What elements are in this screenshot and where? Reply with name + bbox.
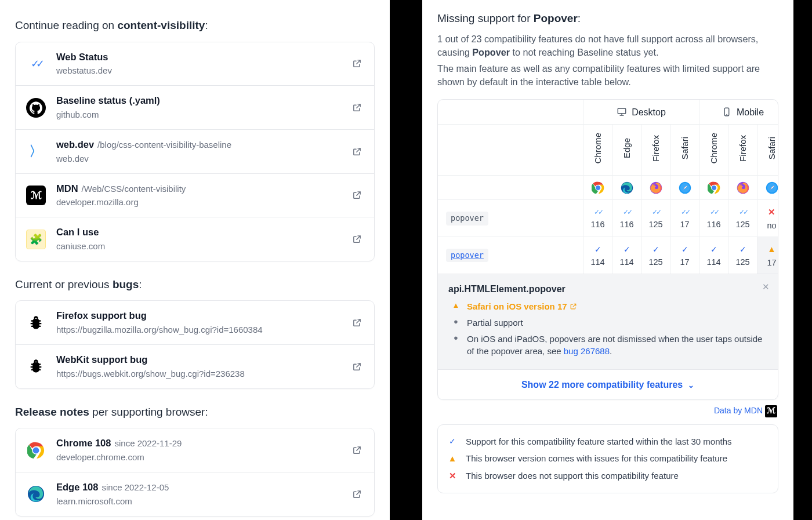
support-cell[interactable]: ✓125 bbox=[641, 237, 670, 274]
support-cell[interactable]: ✓✓125 bbox=[641, 199, 670, 237]
double-check-icon: ✓✓ bbox=[710, 208, 718, 217]
chrome-icon bbox=[583, 175, 612, 199]
x-icon: ✕ bbox=[447, 470, 458, 482]
warning-icon: ▲ bbox=[767, 243, 776, 256]
compat-note: On iOS and iPadOS, popovers are not dism… bbox=[467, 333, 767, 358]
desktop-icon bbox=[617, 107, 627, 117]
external-link-icon bbox=[352, 489, 364, 499]
bullet-icon: ● bbox=[452, 317, 460, 328]
compat-table: DesktopMobileChromeEdgeFirefoxSafariChro… bbox=[437, 99, 778, 400]
double-check-icon: ✓✓ bbox=[681, 208, 689, 217]
card-subtitle: learn.microsoft.com bbox=[56, 495, 352, 508]
support-cell[interactable]: ✓✓125 bbox=[728, 199, 757, 237]
link-card[interactable]: Edge 108since 2022-12-05learn.microsoft.… bbox=[16, 472, 374, 516]
support-cell[interactable]: ✓✓116 bbox=[699, 199, 728, 237]
card-path: /blog/css-content-visibility-baseline bbox=[97, 140, 231, 150]
external-link-icon bbox=[352, 234, 364, 244]
browser-header-chrome: Chrome bbox=[583, 124, 612, 175]
safari-icon bbox=[757, 175, 778, 199]
mobile-icon bbox=[722, 107, 732, 117]
compat-detail-panel: api.HTMLElement.popover ✕ ▲ Safari on iO… bbox=[438, 274, 778, 369]
browser-header-edge: Edge bbox=[612, 124, 641, 175]
browser-header-firefox: Firefox bbox=[641, 124, 670, 175]
link-card[interactable]: ℳMDN/Web/CSS/content-visibilitydeveloper… bbox=[16, 173, 374, 217]
check-icon: ✓ bbox=[594, 243, 601, 255]
warning-icon: ▲ bbox=[447, 452, 458, 465]
card-path: since 2022-11-29 bbox=[114, 438, 182, 448]
link-card[interactable]: ✓✓Web Statuswebstatus.dev bbox=[16, 42, 374, 86]
external-link-icon bbox=[352, 318, 364, 328]
check-icon: ✓ bbox=[740, 243, 746, 255]
missing-support-heading: Missing support for Popover: bbox=[437, 10, 778, 27]
edge-icon bbox=[612, 175, 641, 199]
card-title: Firefox support bug bbox=[56, 310, 147, 321]
support-cell[interactable]: ✓✓116 bbox=[583, 199, 612, 237]
link-card[interactable]: Firefox support bughttps://bugzilla.mozi… bbox=[16, 301, 374, 344]
card-path: /Web/CSS/content-visibility bbox=[82, 184, 186, 194]
legend-text: This browser does not support this compa… bbox=[466, 470, 679, 482]
support-cell[interactable]: ✓114 bbox=[699, 237, 728, 274]
webstatus-icon: ✓✓ bbox=[26, 54, 46, 74]
support-cell[interactable]: ✓✓116 bbox=[612, 199, 641, 237]
card-title: Can I use bbox=[56, 227, 99, 237]
feature-label[interactable]: popover bbox=[438, 237, 583, 274]
external-link-icon bbox=[352, 362, 364, 372]
card-subtitle: webstatus.dev bbox=[56, 64, 352, 77]
legend-row: ✕This browser does not support this comp… bbox=[447, 470, 768, 482]
external-link-icon bbox=[352, 190, 364, 200]
support-cell[interactable]: ✓114 bbox=[583, 237, 612, 274]
safari-icon bbox=[670, 175, 699, 199]
check-icon: ✓ bbox=[652, 243, 659, 255]
bug-icon bbox=[26, 313, 46, 333]
firefox-icon bbox=[728, 175, 757, 199]
close-icon[interactable]: ✕ bbox=[762, 281, 770, 293]
browser-header-firefox: Firefox bbox=[728, 124, 757, 175]
chevron-down-icon: ⌄ bbox=[688, 381, 694, 390]
chrome-icon bbox=[26, 441, 46, 460]
support-cell[interactable]: ▲17 bbox=[757, 237, 778, 274]
card-subtitle: developer.mozilla.org bbox=[56, 196, 352, 209]
card-subtitle: https://bugs.webkit.org/show_bug.cgi?id=… bbox=[56, 368, 352, 380]
card-subtitle: github.com bbox=[56, 108, 352, 121]
browser-header-safari: Safari bbox=[757, 124, 778, 175]
edge-icon bbox=[26, 484, 46, 504]
partial-support-label: Partial support bbox=[467, 317, 523, 329]
support-cell[interactable]: ✓✓17 bbox=[670, 199, 699, 237]
link-card[interactable]: 〉web.dev/blog/css-content-visibility-bas… bbox=[16, 129, 374, 173]
double-check-icon: ✓✓ bbox=[652, 208, 660, 217]
desktop-group-header: Desktop bbox=[583, 100, 699, 124]
link-card[interactable]: Chrome 108since 2022-11-29developer.chro… bbox=[16, 428, 374, 472]
bug-icon bbox=[26, 357, 46, 376]
safari-ios-link[interactable]: Safari on iOS version 17 bbox=[467, 300, 577, 313]
bug-link[interactable]: bug 267688 bbox=[564, 346, 610, 356]
card-title: MDN/Web/CSS/content-visibility bbox=[56, 183, 186, 194]
support-cell[interactable]: ✓125 bbox=[728, 237, 757, 274]
releases-heading: Release notes per supporting browser: bbox=[15, 404, 375, 420]
browser-header-chrome: Chrome bbox=[699, 124, 728, 175]
legend-text: Support for this compatibility feature s… bbox=[466, 435, 732, 448]
card-title: web.dev/blog/css-content-visibility-base… bbox=[56, 139, 231, 150]
support-cell[interactable]: ✓17 bbox=[670, 237, 699, 274]
support-cell[interactable]: ✓114 bbox=[612, 237, 641, 274]
legend-text: This browser version comes with issues f… bbox=[466, 452, 727, 465]
link-card[interactable]: 🧩Can I usecaniuse.com bbox=[16, 217, 374, 261]
link-card[interactable]: WebKit support bughttps://bugs.webkit.or… bbox=[16, 344, 374, 388]
data-by-mdn-link[interactable]: Data by MDNℳ bbox=[437, 405, 777, 417]
mdn-icon: ℳ bbox=[765, 405, 777, 417]
link-card[interactable]: Baseline status (.yaml)github.com bbox=[16, 85, 374, 129]
warning-icon: ▲ bbox=[452, 300, 460, 311]
external-link-icon bbox=[352, 103, 364, 112]
missing-support-para1: 1 out of 23 compatibility features do no… bbox=[437, 32, 778, 60]
continue-heading: Continue reading on content-visibility: bbox=[15, 17, 375, 34]
card-subtitle: developer.chrome.com bbox=[56, 451, 352, 464]
card-subtitle: web.dev bbox=[56, 152, 352, 165]
bugs-heading: Current or previous bugs: bbox=[15, 277, 375, 293]
check-icon: ✓ bbox=[710, 243, 717, 255]
show-more-button[interactable]: Show 22 more compatibility features ⌄ bbox=[438, 369, 778, 399]
double-check-icon: ✓✓ bbox=[594, 208, 602, 217]
legend: ✓Support for this compatibility feature … bbox=[437, 424, 778, 493]
card-path: since 2022-12-05 bbox=[102, 482, 169, 492]
double-check-icon: ✓✓ bbox=[739, 208, 747, 217]
support-cell[interactable]: ✕no bbox=[757, 199, 778, 237]
webdev-icon: 〉 bbox=[26, 141, 46, 161]
